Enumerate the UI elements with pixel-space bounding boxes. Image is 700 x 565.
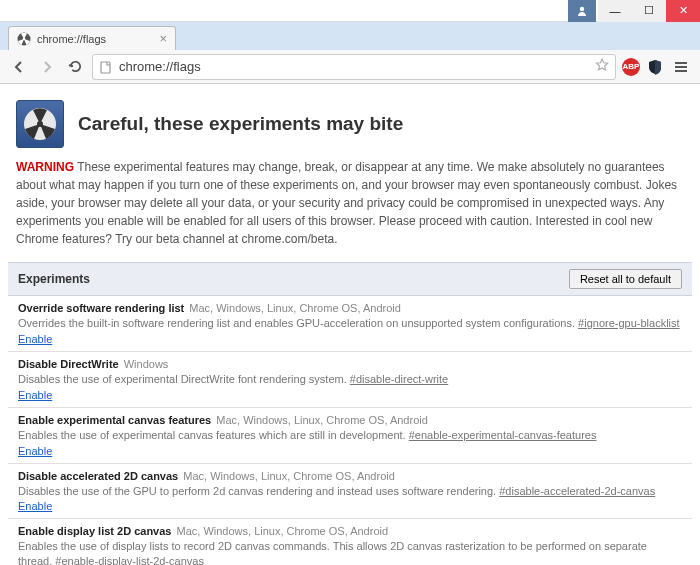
- radiation-icon: [17, 32, 31, 46]
- bookmark-star-icon[interactable]: [595, 58, 609, 76]
- experiments-heading: Experiments: [18, 272, 90, 286]
- radiation-large-icon: [16, 100, 64, 148]
- flag-enable-link[interactable]: Enable: [18, 500, 52, 512]
- shield-icon[interactable]: [646, 58, 664, 76]
- user-button[interactable]: [568, 0, 596, 22]
- page-icon: [99, 60, 113, 74]
- flag-row: Disable accelerated 2D canvas Mac, Windo…: [8, 464, 692, 520]
- flag-title: Override software rendering list: [18, 302, 184, 314]
- flag-row: Disable DirectWrite WindowsDisables the …: [8, 352, 692, 408]
- svg-rect-4: [675, 62, 687, 64]
- flag-hash-link[interactable]: #ignore-gpu-blacklist: [578, 317, 680, 329]
- flag-enable-link[interactable]: Enable: [18, 389, 52, 401]
- maximize-button[interactable]: ☐: [632, 0, 666, 22]
- flag-title: Enable experimental canvas features: [18, 414, 211, 426]
- warning-label: WARNING: [16, 160, 74, 174]
- menu-button[interactable]: [670, 56, 692, 78]
- flag-description: Disables the use of experimental DirectW…: [18, 372, 682, 387]
- reset-all-button[interactable]: Reset all to default: [569, 269, 682, 289]
- flag-hash-link[interactable]: #enable-display-list-2d-canvas: [55, 555, 204, 565]
- flag-row: Enable display list 2D canvas Mac, Windo…: [8, 519, 692, 565]
- window-titlebar: — ☐ ✕: [0, 0, 700, 22]
- flag-hash-link[interactable]: #enable-experimental-canvas-features: [409, 429, 597, 441]
- flag-description: Overrides the built-in software renderin…: [18, 316, 682, 331]
- svg-rect-5: [675, 66, 687, 68]
- flag-platforms: Mac, Windows, Linux, Chrome OS, Android: [180, 470, 395, 482]
- tab-strip: chrome://flags ×: [0, 22, 700, 50]
- tab-flags[interactable]: chrome://flags ×: [8, 26, 176, 50]
- browser-window: — ☐ ✕ chrome://flags × chrome://flags: [0, 0, 700, 565]
- warning-paragraph: WARNING These experimental features may …: [0, 158, 700, 262]
- close-button[interactable]: ✕: [666, 0, 700, 22]
- flag-enable-link[interactable]: Enable: [18, 333, 52, 345]
- reload-button[interactable]: [64, 56, 86, 78]
- toolbar: chrome://flags ABP: [0, 50, 700, 84]
- flag-hash-link[interactable]: #disable-direct-write: [350, 373, 448, 385]
- flag-platforms: Mac, Windows, Linux, Chrome OS, Android: [213, 414, 428, 426]
- url-text: chrome://flags: [119, 59, 589, 74]
- flag-platforms: Windows: [121, 358, 169, 370]
- flag-title: Disable DirectWrite: [18, 358, 119, 370]
- warning-text: These experimental features may change, …: [16, 160, 677, 246]
- flag-hash-link[interactable]: #disable-accelerated-2d-canvas: [499, 485, 655, 497]
- flag-description: Enables the use of experimental canvas f…: [18, 428, 682, 443]
- minimize-button[interactable]: —: [598, 0, 632, 22]
- flag-description: Enables the use of display lists to reco…: [18, 539, 682, 565]
- adblock-icon[interactable]: ABP: [622, 58, 640, 76]
- flag-row: Override software rendering list Mac, Wi…: [8, 296, 692, 352]
- flag-enable-link[interactable]: Enable: [18, 445, 52, 457]
- flag-description: Disables the use of the GPU to perform 2…: [18, 484, 682, 499]
- forward-button[interactable]: [36, 56, 58, 78]
- tab-title: chrome://flags: [37, 33, 106, 45]
- svg-rect-3: [101, 62, 110, 73]
- back-button[interactable]: [8, 56, 30, 78]
- svg-point-0: [580, 6, 584, 10]
- page-header: Careful, these experiments may bite: [0, 84, 700, 158]
- flag-title: Disable accelerated 2D canvas: [18, 470, 178, 482]
- flag-row: Enable experimental canvas features Mac,…: [8, 408, 692, 464]
- experiments-header: Experiments Reset all to default: [8, 262, 692, 296]
- page-title: Careful, these experiments may bite: [78, 113, 403, 135]
- flag-list: Override software rendering list Mac, Wi…: [0, 296, 700, 565]
- svg-rect-6: [675, 70, 687, 72]
- tab-close-icon[interactable]: ×: [159, 31, 167, 46]
- content-area[interactable]: Careful, these experiments may bite WARN…: [0, 84, 700, 565]
- address-bar[interactable]: chrome://flags: [92, 54, 616, 80]
- flag-platforms: Mac, Windows, Linux, Chrome OS, Android: [173, 525, 388, 537]
- flag-platforms: Mac, Windows, Linux, Chrome OS, Android: [186, 302, 401, 314]
- flag-title: Enable display list 2D canvas: [18, 525, 171, 537]
